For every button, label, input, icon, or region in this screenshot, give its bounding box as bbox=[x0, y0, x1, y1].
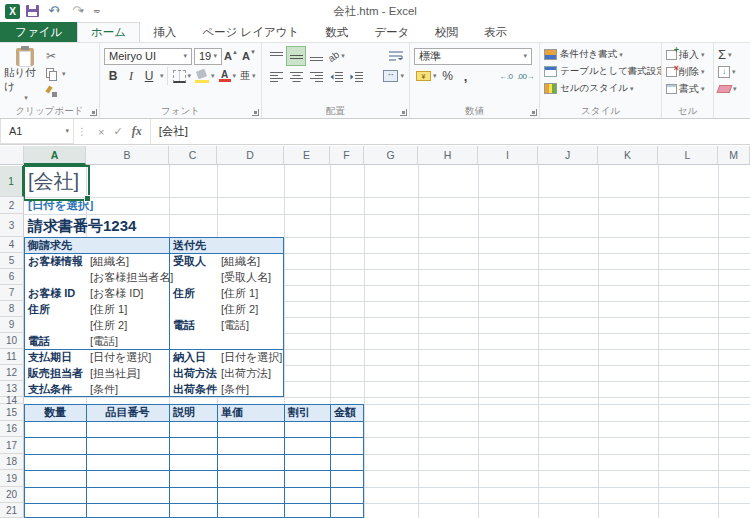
merge-center-button[interactable]: ▾ bbox=[381, 67, 406, 85]
col-header-J[interactable]: J bbox=[538, 146, 598, 165]
cell-A5[interactable]: お客様情報 bbox=[28, 253, 83, 269]
cell-D15[interactable]: 単価 bbox=[221, 404, 243, 421]
customize-qat-button[interactable]: ≂ bbox=[93, 6, 100, 16]
conditional-formatting-button[interactable]: 条件付き書式▾ bbox=[544, 46, 658, 63]
tab-view[interactable]: 表示 bbox=[471, 22, 520, 42]
col-header-G[interactable]: G bbox=[364, 146, 418, 165]
row-header-19[interactable]: 19 bbox=[0, 470, 24, 487]
cell-D11[interactable]: [日付を選択] bbox=[221, 349, 282, 365]
enter-button[interactable]: ✓ bbox=[113, 125, 122, 138]
tab-file[interactable]: ファイル bbox=[0, 22, 77, 42]
row-header-11[interactable]: 11 bbox=[0, 349, 24, 365]
tab-formulas[interactable]: 数式 bbox=[312, 22, 361, 42]
row-header-2[interactable]: 2 bbox=[0, 197, 24, 214]
align-right-button[interactable] bbox=[306, 66, 326, 86]
chevron-down-icon[interactable]: ▾ bbox=[56, 7, 60, 15]
cell-B13[interactable]: [条件] bbox=[90, 381, 118, 397]
paste-button[interactable]: 貼り付け ▾ bbox=[4, 46, 46, 102]
wrap-text-button[interactable] bbox=[387, 47, 406, 65]
formula-input[interactable]: [会社] bbox=[151, 119, 188, 144]
cell-A8[interactable]: 住所 bbox=[28, 301, 50, 317]
cell-B15[interactable]: 品目番号 bbox=[86, 404, 169, 421]
number-format-combo[interactable]: 標準▾ bbox=[414, 48, 532, 65]
grow-font-button[interactable]: A▲ bbox=[222, 47, 240, 65]
cell-B10[interactable]: [電話] bbox=[90, 333, 118, 349]
decrease-decimal-button[interactable]: .00→ bbox=[515, 67, 536, 85]
row-header-10[interactable]: 10 bbox=[0, 333, 24, 349]
cell-A7[interactable]: お客様 ID bbox=[28, 285, 75, 301]
cell-A11[interactable]: 支払期日 bbox=[28, 349, 72, 365]
cell-D12[interactable]: [出荷方法] bbox=[221, 365, 271, 381]
col-header-D[interactable]: D bbox=[217, 146, 284, 165]
align-center-button[interactable] bbox=[286, 66, 306, 86]
fill-button[interactable]: ↓▾ bbox=[718, 63, 750, 80]
underline-button[interactable]: U bbox=[140, 67, 158, 85]
cell-D8[interactable]: [住所 2] bbox=[221, 301, 258, 317]
cell-C5[interactable]: 受取人 bbox=[173, 253, 206, 269]
align-bottom-button[interactable] bbox=[306, 46, 326, 66]
cell-B11[interactable]: [日付を選択] bbox=[90, 349, 151, 365]
cell-D7[interactable]: [住所 1] bbox=[221, 285, 258, 301]
cell-C12[interactable]: 出荷方法 bbox=[173, 365, 217, 381]
chevron-down-icon[interactable]: ▾ bbox=[24, 94, 28, 102]
cell-C15[interactable]: 説明 bbox=[173, 404, 195, 421]
row-header-12[interactable]: 12 bbox=[0, 365, 24, 381]
cell-D9[interactable]: [電話] bbox=[221, 317, 249, 333]
cell-A15[interactable]: 数量 bbox=[24, 404, 86, 421]
font-name-combo[interactable]: Meiryo UI▾ bbox=[104, 48, 192, 65]
cell-C7[interactable]: 住所 bbox=[173, 285, 195, 301]
row-header-18[interactable]: 18 bbox=[0, 454, 24, 470]
tab-page-layout[interactable]: ページ レイアウト bbox=[189, 22, 312, 42]
sheet-select-all-corner[interactable] bbox=[0, 146, 24, 165]
autosum-button[interactable]: Σ▾ bbox=[718, 46, 750, 63]
col-header-L[interactable]: L bbox=[658, 146, 718, 165]
row-header-21[interactable]: 21 bbox=[0, 503, 24, 518]
cell-D6[interactable]: [受取人名] bbox=[221, 269, 271, 285]
row-header-16[interactable]: 16 bbox=[0, 421, 24, 437]
copy-button[interactable]: ▾ bbox=[46, 66, 66, 82]
redo-button[interactable]: ↷▾ bbox=[69, 2, 87, 20]
delete-cells-button[interactable]: 削除▾ bbox=[666, 63, 710, 80]
row-header-20[interactable]: 20 bbox=[0, 487, 24, 503]
row-header-14[interactable]: 14 bbox=[0, 397, 24, 404]
shrink-font-button[interactable]: A▼ bbox=[240, 47, 258, 65]
tab-home[interactable]: ホーム bbox=[77, 22, 140, 42]
phonetic-guide-button[interactable]: 亜▾ bbox=[238, 67, 258, 85]
cell-A10[interactable]: 電話 bbox=[28, 333, 50, 349]
dialog-launcher-icon[interactable] bbox=[530, 109, 537, 116]
insert-function-button[interactable]: fx bbox=[132, 124, 142, 139]
dialog-launcher-icon[interactable] bbox=[252, 109, 259, 116]
chevron-down-icon[interactable]: ▾ bbox=[80, 7, 84, 15]
formula-bar-handle[interactable]: ⋮ bbox=[74, 119, 90, 144]
col-header-K[interactable]: K bbox=[598, 146, 658, 165]
font-color-button[interactable]: A▾ bbox=[217, 67, 239, 85]
col-header-B[interactable]: B bbox=[86, 146, 169, 165]
row-header-15[interactable]: 15 bbox=[0, 404, 24, 421]
cell-E15[interactable]: 割引 bbox=[288, 404, 310, 421]
cell-B8[interactable]: [住所 1] bbox=[90, 301, 127, 317]
cell-A3[interactable]: 請求書番号1234 bbox=[28, 214, 136, 237]
col-header-M[interactable]: M bbox=[718, 146, 750, 165]
cell-B7[interactable]: [お客様 ID] bbox=[90, 285, 143, 301]
insert-cells-button[interactable]: 挿入▾ bbox=[666, 46, 710, 63]
orientation-button[interactable]: ab▾ bbox=[326, 47, 347, 65]
excel-app-icon[interactable]: X bbox=[5, 4, 20, 19]
col-header-F[interactable]: F bbox=[330, 146, 364, 165]
row-header-17[interactable]: 17 bbox=[0, 437, 24, 454]
cell-C11[interactable]: 納入日 bbox=[173, 349, 206, 365]
borders-button[interactable]: ▾ bbox=[171, 67, 194, 85]
tab-data[interactable]: データ bbox=[361, 22, 422, 42]
name-box[interactable]: A1▾ bbox=[0, 119, 74, 144]
decrease-indent-button[interactable] bbox=[326, 66, 346, 86]
fill-handle[interactable] bbox=[84, 195, 91, 202]
cell-B5[interactable]: [組織名] bbox=[90, 253, 129, 269]
chevron-down-icon[interactable]: ▾ bbox=[65, 127, 69, 135]
cell-B9[interactable]: [住所 2] bbox=[90, 317, 127, 333]
comma-style-button[interactable]: , bbox=[457, 67, 475, 85]
row-header-9[interactable]: 9 bbox=[0, 317, 24, 333]
dialog-launcher-icon[interactable] bbox=[400, 109, 407, 116]
cell-A12[interactable]: 販売担当者 bbox=[28, 365, 83, 381]
align-top-button[interactable] bbox=[266, 46, 286, 66]
cell-C4[interactable]: 送付先 bbox=[173, 237, 206, 253]
col-header-H[interactable]: H bbox=[418, 146, 478, 165]
